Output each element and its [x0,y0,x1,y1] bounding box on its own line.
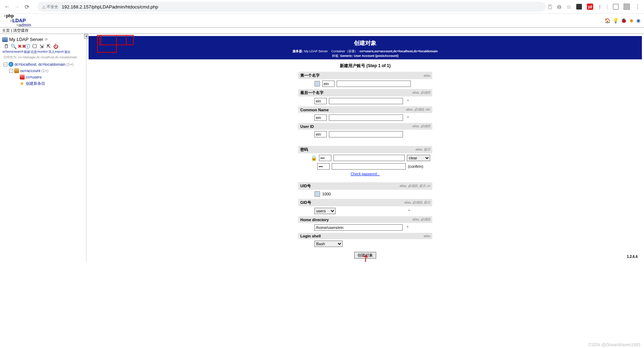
lock-icon: 🔒 [311,155,317,161]
browser-chrome: ← → ⟳ △ 不安全 192.168.2.157/phpLDAPadmin/h… [0,0,644,14]
star-icon[interactable]: ☆ [566,4,571,10]
refresh-icon[interactable]: ✖✖ [18,43,23,49]
profile-avatar[interactable] [624,4,630,10]
password-confirm-prefix-input[interactable] [317,163,330,170]
last-name-prefix-input[interactable] [314,98,327,104]
create-form: 第一个名字alias 最后一个名字alias, 必须的 * Common Nam… [298,72,432,259]
sidepanel-icon[interactable] [613,4,619,10]
ou-icon [14,68,19,73]
password-input[interactable] [333,155,405,161]
person-icon [314,81,320,87]
extension-yd-icon[interactable]: yd [587,4,593,10]
auth-as: 已经作为: cn=Manager,dc=localhost,dc=localdo… [2,54,85,60]
schema-icon[interactable]: 🗒 [4,43,9,49]
confirm-label: (confirm) [408,164,423,169]
sidebar: My LDAP Server ⟳ 🗒 🔍 ✖✖ ⓘ 🖵 ⇲ ⇱ ⏻ schema… [2,36,86,262]
section-home: Home directoryalias, 必须的 [298,216,432,223]
server-toolbar: 🗒 🔍 ✖✖ ⓘ 🖵 ⇲ ⇱ ⏻ [2,43,85,50]
export-icon[interactable]: ⇱ [46,43,52,49]
tb-import[interactable]: 导入 [48,50,55,54]
page-subtitle: 服务器: My LDAP Server Container（容器）: cn=us… [89,47,642,58]
version-label: 1.2.6.6 [627,255,638,259]
section-first-name: 第一个名字alias [298,72,432,79]
monitor-icon[interactable]: 🖵 [32,43,37,49]
tree-cn-users[interactable]: cn=users [26,74,42,80]
tb-refresh[interactable]: 刷新 [24,50,30,54]
section-last-name: 最后一个名字alias, 必须的 [298,89,432,96]
uid-icon [314,191,320,197]
tree-ou-account[interactable]: ou=account [20,67,40,74]
main-layout: ◂ My LDAP Server ⟳ 🗒 🔍 ✖✖ ⓘ 🖵 ⇲ ⇱ ⏻ sche… [0,34,644,262]
first-name-input[interactable] [337,81,411,87]
app-header: ≡php ≡LDAP ≡admin 🏠 💡 🐞 ☻ ◉ [0,14,644,27]
login-shell-select[interactable]: Bash [314,241,343,247]
smiley-icon[interactable]: ☻ [629,18,634,23]
info-icon[interactable]: ⓘ [25,43,30,49]
insecure-badge: △ 不安全 [42,4,58,10]
nav-back-button[interactable]: ← [4,3,11,10]
search-icon[interactable]: 🔍 [11,43,16,49]
uid-value: 1000 [322,192,331,196]
tb-export[interactable]: export [55,50,64,54]
import-icon[interactable]: ⇲ [39,43,44,49]
section-shell: Login shellalias [298,233,432,239]
gid-select[interactable]: users [314,208,336,214]
home-icon[interactable]: 🏠 [604,18,610,23]
kebab-menu-icon[interactable]: ⋮ [635,4,640,10]
user-id-prefix-input[interactable] [314,131,327,137]
user-id-input[interactable] [329,131,403,137]
password-prefix-input[interactable] [319,155,331,161]
check-password-link[interactable]: Check password... [351,172,380,176]
help-icon[interactable]: ◉ [636,18,640,23]
step-title: 新建用户账号 (Step 1 of 1) [89,63,642,69]
server-toolbar-labels: schema search 刷新 信息 monitor 导入 export 退出 [2,50,85,54]
tree-root[interactable]: dc=localhost, dc=localdomain [14,61,65,67]
password-confirm-input[interactable] [332,163,406,170]
password-method-select[interactable]: clear [407,155,430,161]
extension-dark-icon[interactable] [576,4,582,10]
section-password: 密码alias, 提示 [298,146,432,153]
globe-icon [8,62,13,67]
top-nav: 主页 | 清空缓存 [0,27,644,34]
section-gid: GID号alias, 必须的, 提示 [298,199,432,206]
home-directory-input[interactable] [314,224,403,231]
section-uid: UID号alias, 必须的, 提示, ro [298,182,432,190]
nav-reload-button[interactable]: ⟳ [23,3,30,10]
ldap-tree: − dc=localhost, dc=localdomain (1+) − ou… [2,60,85,87]
tb-info[interactable]: 信息 [31,50,37,54]
nav-purge[interactable]: 清空缓存 [13,28,29,33]
zoom-icon[interactable]: ⊖ [557,4,561,10]
page-title: 创建对象 [89,40,642,47]
logout-icon[interactable]: ⏻ [53,43,59,49]
main-panel: 创建对象 服务器: My LDAP Server Container（容器）: … [86,36,642,262]
common-name-prefix-input[interactable] [314,114,327,121]
first-name-prefix-input[interactable] [322,81,335,87]
bug-icon[interactable]: 🐞 [621,18,627,23]
star-icon: ★ [20,81,25,86]
tree-collapse-icon[interactable]: − [9,69,13,73]
nav-forward-button[interactable]: → [13,3,20,10]
server-refresh-icon[interactable]: ⟳ [45,37,48,41]
tb-search[interactable]: search [14,50,24,54]
section-common-name: Common Namealias, 必须的, rdn [298,106,432,113]
tree-new-entry[interactable]: 创建新条目 [26,80,45,87]
section-user-id: User IDalias, 必须的 [298,123,432,130]
tb-logout[interactable]: 退出 [64,50,71,54]
last-name-input[interactable] [329,98,403,104]
address-bar[interactable]: △ 不安全 192.168.2.157/phpLDAPadmin/htdocs/… [37,2,546,12]
app-logo: ≡php ≡LDAP ≡admin [4,14,31,27]
bulb-icon[interactable]: 💡 [613,18,619,23]
tb-schema[interactable]: schema [2,50,14,54]
common-name-input[interactable] [329,114,403,121]
nav-home[interactable]: 主页 [2,28,10,33]
url-text: 192.168.2.157/phpLDAPadmin/htdocs/cmd.ph… [62,4,158,10]
cn-icon [20,75,25,79]
page-header: 创建对象 服务器: My LDAP Server Container（容器）: … [89,36,642,59]
server-title: My LDAP Server ⟳ [2,36,85,43]
tb-monitor[interactable]: monitor [37,50,48,54]
server-icon [2,37,8,42]
tree-collapse-icon[interactable]: − [4,63,7,66]
header-icons: 🏠 💡 🐞 ☻ ◉ [604,18,640,23]
extensions-icon[interactable]: ⟊ [598,4,602,10]
key-icon[interactable]: ⍞ [548,4,552,10]
